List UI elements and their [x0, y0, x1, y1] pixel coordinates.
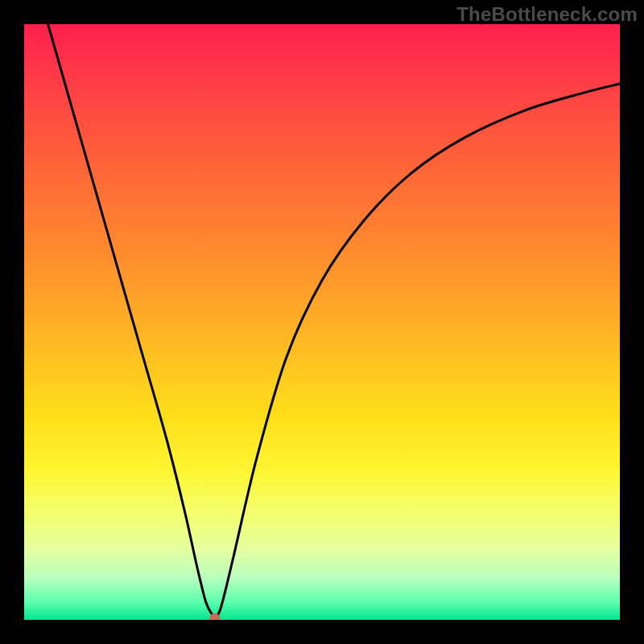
- plot-area: [24, 24, 620, 620]
- bottleneck-curve: [48, 24, 620, 617]
- curve-layer: [24, 24, 620, 620]
- watermark-label: TheBottleneck.com: [456, 3, 638, 26]
- chart-stage: TheBottleneck.com: [0, 0, 644, 644]
